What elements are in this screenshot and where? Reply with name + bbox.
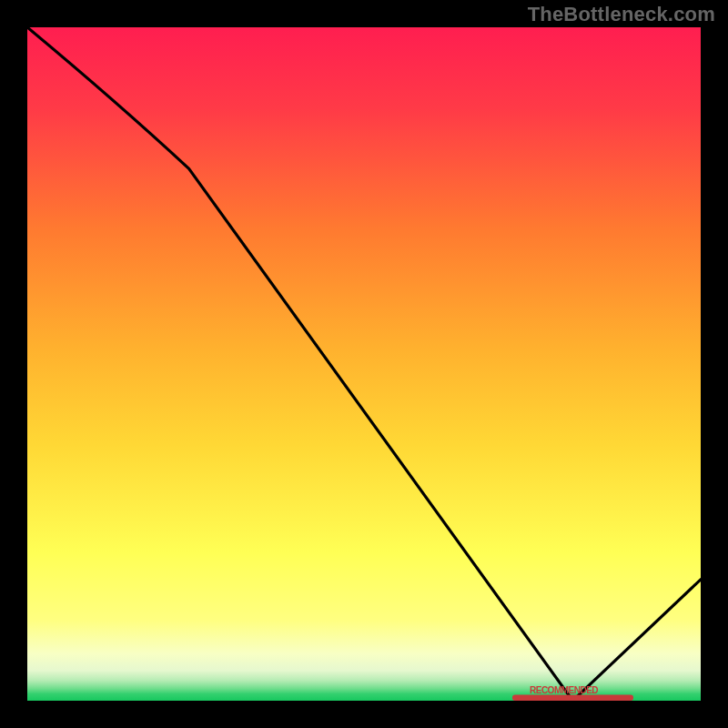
recommended-label: RECOMMENDED bbox=[530, 685, 598, 695]
plot-area: RECOMMENDED bbox=[27, 27, 701, 701]
chart-svg bbox=[27, 27, 701, 701]
attribution-label: TheBottleneck.com bbox=[528, 3, 715, 26]
gradient-background bbox=[27, 27, 701, 701]
chart-container: TheBottleneck.com bbox=[0, 0, 728, 728]
recommended-range-bar bbox=[512, 695, 633, 702]
